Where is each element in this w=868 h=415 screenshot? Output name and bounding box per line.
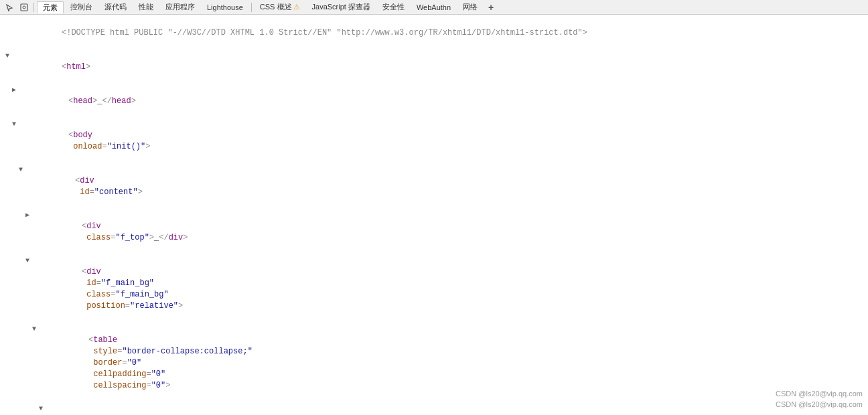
tab-elements[interactable]: 元素 [37, 1, 64, 13]
tab-security[interactable]: 安全性 [377, 1, 410, 13]
line-content-6: <div class="f_top">_</div> [33, 210, 865, 255]
code-line-9: ▼ <tbody> [0, 403, 868, 415]
tab-lighthouse[interactable]: Lighthouse [202, 1, 248, 13]
watermark: CSDN @ls20@vip.qq.com CSDN @ls20@vip.qq.… [776, 389, 863, 410]
code-line-7: ▼ <div id="f_main_bg" class="f_main_bg" … [0, 255, 868, 323]
line-arrow-5[interactable]: ▼ [19, 164, 25, 175]
css-overview-label: CSS 概述 [260, 2, 292, 12]
watermark-line1: CSDN @ls20@vip.qq.com [776, 389, 863, 399]
line-arrow-7[interactable]: ▼ [25, 255, 32, 266]
line-content-8: <table style="border-collapse:collapse;"… [40, 323, 865, 403]
code-line-6: ▶ <div class="f_top">_</div> [0, 210, 868, 255]
code-editor[interactable]: <!DOCTYPE html PUBLIC "-//W3C//DTD XHTML… [0, 15, 868, 415]
code-line-1: <!DOCTYPE html PUBLIC "-//W3C//DTD XHTML… [0, 16, 868, 50]
line-content-5: <div id="content"> [27, 164, 865, 210]
warning-icon: ⚠ [293, 3, 300, 11]
tab-sources[interactable]: 源代码 [99, 1, 132, 13]
tab-webauthn[interactable]: WebAuthn [411, 1, 456, 13]
line-arrow-9[interactable]: ▼ [39, 403, 46, 414]
toolbar-separator-2 [251, 3, 252, 12]
line-content-3: <head>_</head> [20, 84, 865, 118]
line-content-1: <!DOCTYPE html PUBLIC "-//W3C//DTD XHTML… [13, 16, 865, 50]
svg-point-1 [23, 6, 25, 9]
add-tab-button[interactable]: + [484, 1, 498, 13]
svg-rect-0 [21, 4, 27, 11]
tab-console[interactable]: 控制台 [65, 1, 98, 13]
devtools-window: 元素 控制台 源代码 性能 应用程序 Lighthouse CSS 概述 ⚠ J… [0, 0, 868, 415]
line-arrow-8[interactable]: ▼ [32, 323, 39, 335]
line-content-9: <tbody> [47, 403, 865, 415]
watermark-line2: CSDN @ls20@vip.qq.com [776, 400, 863, 410]
line-arrow-2[interactable]: ▼ [5, 50, 12, 62]
line-arrow-3[interactable]: ▶ [12, 84, 19, 96]
cursor-icon[interactable] [3, 1, 16, 13]
toolbar-separator [33, 3, 34, 12]
code-line-2: ▼ <html> [0, 50, 868, 84]
code-lines: <!DOCTYPE html PUBLIC "-//W3C//DTD XHTML… [0, 15, 868, 415]
code-line-3: ▶ <head>_</head> [0, 84, 868, 118]
devtools-toolbar: 元素 控制台 源代码 性能 应用程序 Lighthouse CSS 概述 ⚠ J… [0, 0, 868, 15]
line-content-4: <body onload="init()"> [20, 118, 865, 164]
tab-application[interactable]: 应用程序 [160, 1, 200, 13]
line-arrow-6[interactable]: ▶ [25, 210, 32, 221]
tab-css-overview[interactable]: CSS 概述 ⚠ [255, 1, 305, 13]
inspect-icon[interactable] [17, 1, 31, 13]
code-line-4: ▼ <body onload="init()"> [0, 118, 868, 164]
tab-performance[interactable]: 性能 [133, 1, 159, 13]
line-content-7: <div id="f_main_bg" class="f_main_bg" po… [33, 255, 865, 323]
line-content-2: <html> [13, 50, 865, 84]
code-line-5: ▼ <div id="content"> [0, 164, 868, 210]
tab-js-profiler[interactable]: JavaScript 探查器 [307, 1, 376, 13]
line-arrow-4[interactable]: ▼ [12, 118, 19, 130]
code-line-8: ▼ <table style="border-collapse:collapse… [0, 323, 868, 403]
tab-network[interactable]: 网络 [457, 1, 483, 13]
